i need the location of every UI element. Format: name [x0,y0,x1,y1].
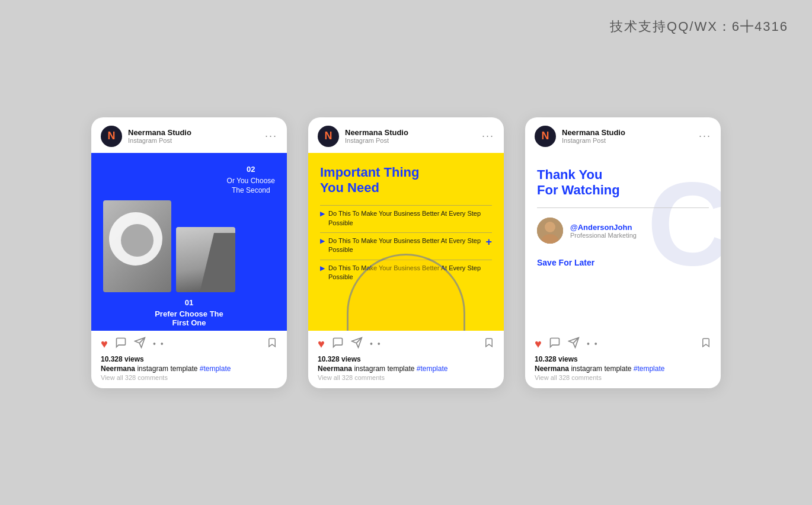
card-2-item-2-text: Do This To Make Your Business Better At … [328,236,492,255]
card-1-top-section: 02 Or You ChooseThe Second [103,165,275,196]
card-3-caption-text: instagram template [571,365,633,373]
card-2-header-info: Neermana Studio Instagram Post [345,128,408,145]
card-3-views: 10.328 views [535,355,711,363]
card-3-hashtag[interactable]: #template [634,365,665,373]
card-1-image: 02 Or You ChooseThe Second 01 [91,153,287,331]
card-3-caption: Neermana instagram template #template [535,365,711,373]
card-3-brand: Neermana [535,365,569,373]
card-1-comments-link[interactable]: View all 328 comments [101,374,277,381]
card-1-more-dots[interactable]: • • [153,339,165,349]
card-1-studio-name: Neermana Studio [128,128,191,138]
card-2-avatar: N [318,126,339,147]
card-1-heart-icon[interactable]: ♥ [101,337,108,351]
card-2-icons-left: ♥ • • [318,337,382,351]
card-2-heart-icon[interactable]: ♥ [318,337,325,351]
card-2-divider-2 [320,232,492,233]
watermark-text: 技术支持QQ/WX：6╋4316 [610,18,788,36]
card-1-header-info: Neermana Studio Instagram Post [128,128,191,145]
card-3-title: Thank YouFor Watching [537,167,709,199]
card-3-divider [537,207,709,208]
card-1-icons-left: ♥ • • [101,337,165,351]
card-2-post-type: Instagram Post [345,137,408,144]
card-3-comment-icon[interactable] [549,337,561,351]
card-2-bullet-3: ▶ [320,264,325,273]
card-3-avatar-face [537,218,563,244]
card-3-icons-row: ♥ • • [535,337,711,351]
card-3-footer: ♥ • • 10.328 views Neermana instagram te… [525,331,721,388]
card-3-icons-left: ♥ • • [535,337,599,351]
card-1-text-top: Or You ChooseThe Second [227,176,275,196]
card-2-item-1: ▶ Do This To Make Your Business Better A… [320,209,492,228]
cards-container: N Neermana Studio Instagram Post ··· 02 … [79,94,733,412]
card-3-avatar: N [535,126,556,147]
card-3-user-info: @AndersonJohn Professional Marketing [570,223,637,239]
card-2-comment-icon[interactable] [332,337,344,351]
card-3-share-icon[interactable] [568,337,580,351]
card-1: N Neermana Studio Instagram Post ··· 02 … [91,117,287,388]
card-3-header-info: Neermana Studio Instagram Post [562,128,625,145]
card-1-brand: Neermana [101,365,135,373]
card-1-photo-right [176,227,235,292]
card-2-studio-name: Neermana Studio [345,128,408,138]
card-3-save-label[interactable]: Save For Later [537,258,709,267]
card-3-header: N Neermana Studio Instagram Post ··· [525,117,721,153]
card-2-hashtag[interactable]: #template [417,365,448,373]
card-3-user-avatar [537,218,563,244]
arch-cutout [121,224,154,257]
card-3-graphic: C Thank YouFor Watching [525,153,721,331]
card-1-bookmark-icon[interactable] [267,337,277,351]
card-3-heart-icon[interactable]: ♥ [535,337,542,351]
card-2-menu-dots[interactable]: ··· [482,130,494,142]
card-2-bookmark-icon[interactable] [484,337,494,351]
card-1-icons-row: ♥ • • [101,337,277,351]
card-1-number-02: 02 [227,165,275,174]
card-3-post-type: Instagram Post [562,137,625,144]
card-1-photos-area [103,200,275,292]
card-2-header-left: N Neermana Studio Instagram Post [318,126,408,147]
card-1-views: 10.328 views [101,355,277,363]
card-1-comment-icon[interactable] [115,337,127,351]
diagonal-shape [200,233,235,292]
card-1-graphic: 02 Or You ChooseThe Second 01 [91,153,287,331]
card-3-user-row: @AndersonJohn Professional Marketing [537,218,709,244]
svg-point-5 [545,222,555,232]
card-2: N Neermana Studio Instagram Post ··· Imp… [308,117,504,388]
card-3-comments-link[interactable]: View all 328 comments [535,374,711,381]
card-3-more-dots[interactable]: • • [587,339,599,349]
card-1-number-01: 01 [103,298,275,307]
card-3: N Neermana Studio Instagram Post ··· C T… [525,117,721,388]
card-1-caption: Neermana instagram template #template [101,365,277,373]
card-2-plus-icon: + [485,236,492,248]
card-3-bookmark-icon[interactable] [701,337,711,351]
card-2-share-icon[interactable] [351,337,363,351]
card-2-views: 10.328 views [318,355,494,363]
card-3-image: C Thank YouFor Watching [525,153,721,331]
card-1-footer: ♥ • • 10.328 views Neermana instagram te… [91,331,287,388]
card-3-studio-name: Neermana Studio [562,128,625,138]
card-1-hashtag[interactable]: #template [200,365,231,373]
card-1-avatar: N [101,126,122,147]
card-3-username: @AndersonJohn [570,223,637,232]
card-3-header-left: N Neermana Studio Instagram Post [535,126,625,147]
card-2-image: Important ThingYou Need ▶ Do This To Mak… [308,153,504,331]
card-3-menu-dots[interactable]: ··· [699,130,711,142]
card-2-comments-link[interactable]: View all 328 comments [318,374,494,381]
card-1-photo-left [103,200,171,292]
card-2-item-1-text: Do This To Make Your Business Better At … [328,209,492,228]
card-2-caption-text: instagram template [354,365,416,373]
card-1-text-bottom: Prefer Choose TheFirst One [103,309,275,327]
card-2-item-2: ▶ Do This To Make Your Business Better A… [320,236,492,255]
card-1-post-type: Instagram Post [128,137,191,144]
card-1-header: N Neermana Studio Instagram Post ··· [91,117,287,153]
card-2-divider-1 [320,205,492,206]
card-2-header: N Neermana Studio Instagram Post ··· [308,117,504,153]
card-1-header-left: N Neermana Studio Instagram Post [101,126,191,147]
card-2-bullet-2: ▶ [320,237,325,245]
card-2-footer: ♥ • • 10.328 views Neermana instagram te… [308,331,504,388]
card-2-title: Important ThingYou Need [320,165,492,196]
card-1-share-icon[interactable] [134,337,146,351]
card-2-more-dots[interactable]: • • [370,339,382,349]
card-2-graphic: Important ThingYou Need ▶ Do This To Mak… [308,153,504,331]
card-1-menu-dots[interactable]: ··· [265,130,277,142]
card-2-icons-row: ♥ • • [318,337,494,351]
